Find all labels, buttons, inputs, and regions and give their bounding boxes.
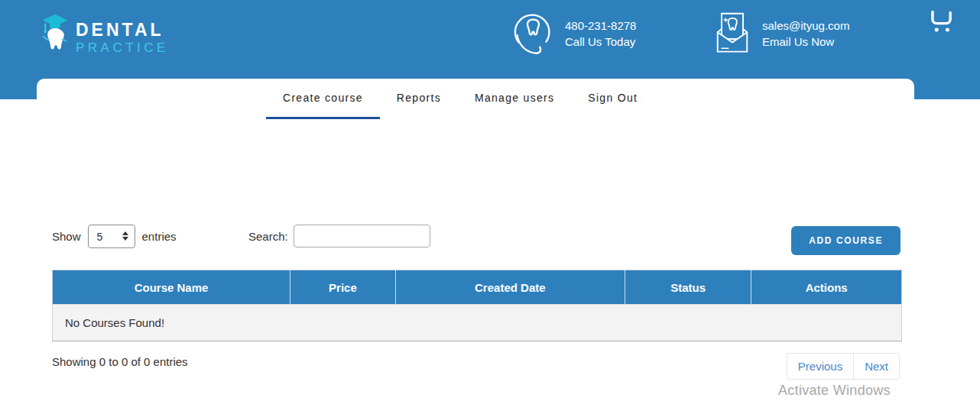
tab-create-course-label: Create course <box>283 92 363 104</box>
tab-create-course[interactable]: Create course <box>266 79 380 119</box>
tab-manage-users-label: Manage users <box>475 92 554 104</box>
shopping-cart-icon <box>926 8 956 35</box>
entries-per-page-select[interactable]: 5 <box>88 225 135 248</box>
search-control: Search: <box>248 225 430 247</box>
email-contact[interactable]: sales@ityug.com Email Us Now <box>711 10 849 57</box>
entries-label: entries <box>142 230 177 243</box>
tab-manage-users[interactable]: Manage users <box>458 79 571 119</box>
tooth-graduation-cap-icon <box>40 12 69 58</box>
dental-practice-admin-page: { "brand": { "line1": "DENTAL", "line2":… <box>0 0 980 401</box>
pagination: Previous Next <box>787 353 900 380</box>
brand-name-line2: PRACTICE <box>76 40 169 57</box>
col-header-status: Status <box>625 270 751 305</box>
phone-cta: Call Us Today <box>565 34 636 50</box>
cart-button[interactable] <box>926 8 956 35</box>
page-length-control: Show 5 entries <box>52 225 177 248</box>
entries-summary: Showing 0 to 0 of 0 entries <box>52 355 188 368</box>
content-card: Create course Reports Manage users Sign … <box>37 79 914 401</box>
next-page-button[interactable]: Next <box>853 353 900 380</box>
email-address: sales@ityug.com <box>762 18 849 34</box>
entries-select-wrap: 5 <box>88 225 135 248</box>
brand-name: DENTAL PRACTICE <box>76 12 169 57</box>
tab-sign-out[interactable]: Sign Out <box>571 79 654 119</box>
empty-state-message: No Courses Found! <box>53 305 902 341</box>
main-nav: Create course Reports Manage users Sign … <box>266 79 654 119</box>
search-input[interactable] <box>294 225 430 247</box>
email-contact-text: sales@ityug.com Email Us Now <box>762 18 849 50</box>
courses-table: Course Name Price Created Date Status Ac… <box>52 270 902 341</box>
phone-contact[interactable]: 480-231-8278 Call Us Today <box>509 10 636 57</box>
tab-reports-label: Reports <box>397 92 441 104</box>
phone-number: 480-231-8278 <box>565 18 636 34</box>
show-label: Show <box>52 230 81 243</box>
col-header-created-date: Created Date <box>395 270 625 305</box>
table-header-row: Course Name Price Created Date Status Ac… <box>53 270 902 305</box>
tab-reports[interactable]: Reports <box>380 79 458 119</box>
col-header-course-name: Course Name <box>53 270 290 305</box>
email-cta: Email Us Now <box>762 34 849 50</box>
previous-page-button[interactable]: Previous <box>787 353 854 380</box>
brand-logo[interactable]: DENTAL PRACTICE <box>40 12 169 58</box>
courses-table-wrap: Course Name Price Created Date Status Ac… <box>52 270 902 341</box>
tab-sign-out-label: Sign Out <box>588 92 638 104</box>
phone-contact-text: 480-231-8278 Call Us Today <box>565 18 636 50</box>
activate-windows-watermark: Activate Windows <box>778 383 891 399</box>
tooth-phone-icon <box>509 10 557 57</box>
tooth-envelope-icon <box>711 10 754 57</box>
empty-state-row: No Courses Found! <box>53 305 902 341</box>
add-course-button[interactable]: ADD COURSE <box>791 226 900 255</box>
col-header-actions: Actions <box>751 270 902 305</box>
search-label: Search: <box>248 230 288 243</box>
brand-name-line1: DENTAL <box>76 21 169 40</box>
col-header-price: Price <box>290 270 396 305</box>
